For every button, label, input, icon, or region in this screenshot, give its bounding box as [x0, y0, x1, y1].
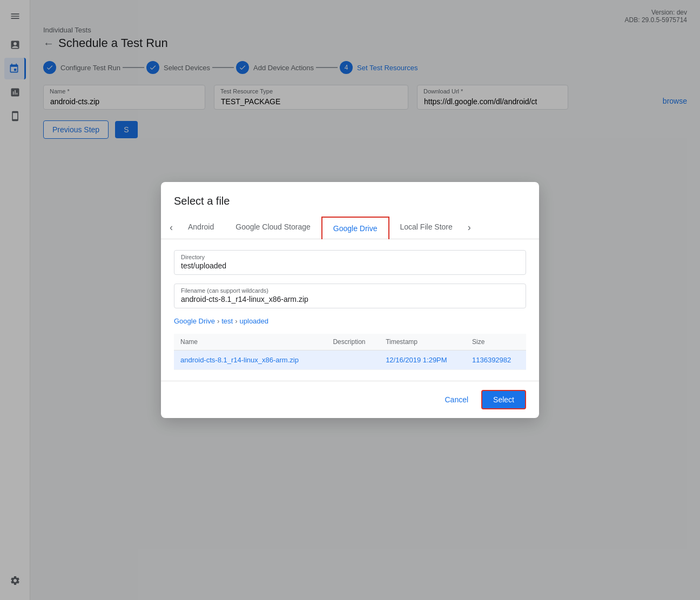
- directory-label: Directory: [181, 254, 519, 260]
- directory-field: Directory: [174, 250, 526, 275]
- tab-local-file-store[interactable]: Local File Store: [389, 216, 463, 239]
- filename-field: Filename (can support wildcards): [174, 284, 526, 308]
- tab-google-drive[interactable]: Google Drive: [321, 217, 389, 239]
- filename-input[interactable]: [181, 295, 519, 304]
- tab-nav-left[interactable]: ‹: [165, 218, 177, 238]
- select-file-dialog: Select a file ‹ Android Google Cloud Sto…: [161, 182, 539, 418]
- table-row[interactable]: android-cts-8.1_r14-linux_x86-arm.zip 12…: [174, 350, 526, 370]
- file-name: android-cts-8.1_r14-linux_x86-arm.zip: [174, 350, 326, 370]
- path-link-uploaded[interactable]: uploaded: [240, 317, 269, 325]
- path-breadcrumb: Google Drive › test › uploaded: [174, 317, 526, 325]
- file-table-body: android-cts-8.1_r14-linux_x86-arm.zip 12…: [174, 350, 526, 370]
- col-size: Size: [466, 334, 526, 350]
- select-button[interactable]: Select: [481, 390, 526, 409]
- path-sep-2: ›: [235, 317, 237, 325]
- filename-label: Filename (can support wildcards): [181, 287, 519, 294]
- directory-input[interactable]: [181, 261, 519, 270]
- col-name: Name: [174, 334, 326, 350]
- col-description: Description: [326, 334, 379, 350]
- file-table: Name Description Timestamp Size android-…: [174, 334, 526, 370]
- tab-bar: ‹ Android Google Cloud Storage Google Dr…: [161, 216, 539, 239]
- col-timestamp: Timestamp: [379, 334, 466, 350]
- file-timestamp: 12/16/2019 1:29PM: [379, 350, 466, 370]
- file-description: [326, 350, 379, 370]
- dialog-title: Select a file: [161, 182, 539, 216]
- cancel-button[interactable]: Cancel: [438, 391, 475, 408]
- tab-google-cloud-storage[interactable]: Google Cloud Storage: [225, 216, 321, 239]
- file-size: 1136392982: [466, 350, 526, 370]
- tab-nav-right[interactable]: ›: [463, 218, 475, 238]
- path-link-google-drive[interactable]: Google Drive: [174, 317, 215, 325]
- dialog-footer: Cancel Select: [161, 381, 539, 418]
- dialog-overlay: Select a file ‹ Android Google Cloud Sto…: [0, 0, 700, 600]
- tab-android[interactable]: Android: [177, 216, 225, 239]
- dialog-body: Directory Filename (can support wildcard…: [161, 239, 539, 381]
- path-link-test[interactable]: test: [221, 317, 233, 325]
- file-table-header: Name Description Timestamp Size: [174, 334, 526, 350]
- path-sep-1: ›: [217, 317, 219, 325]
